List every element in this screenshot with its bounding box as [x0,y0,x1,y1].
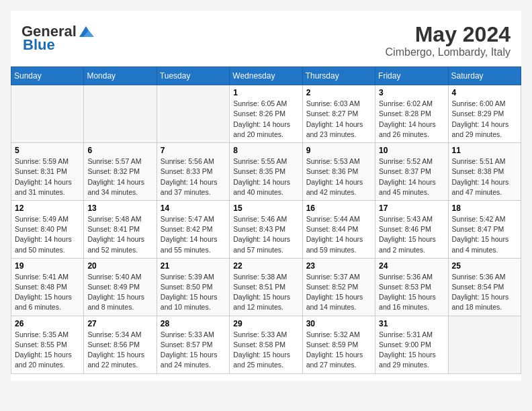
calendar-cell: 13Sunrise: 5:48 AM Sunset: 8:41 PM Dayli… [84,200,157,258]
day-info: Sunrise: 5:36 AM Sunset: 8:54 PM Dayligh… [452,272,517,313]
day-info: Sunrise: 5:57 AM Sunset: 8:32 PM Dayligh… [87,156,152,197]
day-header-wednesday: Wednesday [230,67,302,85]
day-number: 4 [452,88,517,97]
calendar-cell: 14Sunrise: 5:47 AM Sunset: 8:42 PM Dayli… [157,200,229,258]
day-number: 17 [379,203,444,213]
day-number: 31 [379,319,444,328]
calendar-cell: 18Sunrise: 5:42 AM Sunset: 8:47 PM Dayli… [448,200,521,258]
day-header-friday: Friday [375,67,448,85]
calendar-cell [84,85,157,143]
day-number: 8 [233,146,298,155]
day-info: Sunrise: 6:03 AM Sunset: 8:27 PM Dayligh… [306,99,371,140]
calendar-cell: 1Sunrise: 6:05 AM Sunset: 8:26 PM Daylig… [230,85,302,143]
calendar-cell: 20Sunrise: 5:40 AM Sunset: 8:49 PM Dayli… [84,258,157,316]
day-info: Sunrise: 5:48 AM Sunset: 8:41 PM Dayligh… [87,214,152,255]
day-info: Sunrise: 5:31 AM Sunset: 9:00 PM Dayligh… [379,330,444,371]
calendar-cell: 27Sunrise: 5:34 AM Sunset: 8:56 PM Dayli… [84,316,157,373]
day-number: 5 [15,146,80,155]
day-info: Sunrise: 5:52 AM Sunset: 8:37 PM Dayligh… [379,156,444,197]
day-info: Sunrise: 5:43 AM Sunset: 8:46 PM Dayligh… [379,214,444,255]
calendar-cell: 21Sunrise: 5:39 AM Sunset: 8:50 PM Dayli… [157,258,229,316]
day-info: Sunrise: 5:41 AM Sunset: 8:48 PM Dayligh… [15,272,80,313]
day-header-tuesday: Tuesday [157,67,229,85]
calendar-cell: 29Sunrise: 5:33 AM Sunset: 8:58 PM Dayli… [230,316,302,373]
calendar-cell: 22Sunrise: 5:38 AM Sunset: 8:51 PM Dayli… [230,258,302,316]
day-number: 14 [161,203,226,213]
day-number: 27 [87,319,152,328]
calendar-cell: 3Sunrise: 6:02 AM Sunset: 8:28 PM Daylig… [375,85,448,143]
calendar-cell: 15Sunrise: 5:46 AM Sunset: 8:43 PM Dayli… [230,200,302,258]
day-info: Sunrise: 6:00 AM Sunset: 8:29 PM Dayligh… [452,99,517,140]
day-header-saturday: Saturday [448,67,521,85]
calendar-cell [11,85,84,143]
location-subtitle: Cimbergo, Lombardy, Italy [386,46,511,58]
calendar-cell: 11Sunrise: 5:51 AM Sunset: 8:38 PM Dayli… [448,143,521,201]
day-number: 18 [452,203,517,213]
day-number: 12 [15,203,80,213]
calendar-container: General Blue May 2024 Cimbergo, Lombardy… [11,11,521,381]
header: General Blue May 2024 Cimbergo, Lombardy… [11,17,521,66]
day-number: 16 [306,203,371,213]
calendar-cell: 4Sunrise: 6:00 AM Sunset: 8:29 PM Daylig… [448,85,521,143]
day-number: 28 [161,319,226,328]
calendar-cell: 17Sunrise: 5:43 AM Sunset: 8:46 PM Dayli… [375,200,448,258]
day-number: 20 [87,261,152,271]
calendar-cell: 2Sunrise: 6:03 AM Sunset: 8:27 PM Daylig… [302,85,375,143]
day-number: 1 [233,88,298,97]
day-info: Sunrise: 5:33 AM Sunset: 8:57 PM Dayligh… [161,330,226,371]
day-info: Sunrise: 5:36 AM Sunset: 8:53 PM Dayligh… [379,272,444,313]
day-info: Sunrise: 5:51 AM Sunset: 8:38 PM Dayligh… [452,156,517,197]
calendar-week-row: 26Sunrise: 5:35 AM Sunset: 8:55 PM Dayli… [11,316,521,373]
day-info: Sunrise: 5:49 AM Sunset: 8:40 PM Dayligh… [15,214,80,255]
title-section: May 2024 Cimbergo, Lombardy, Italy [386,23,511,58]
calendar-header-row: SundayMondayTuesdayWednesdayThursdayFrid… [11,67,521,85]
calendar-cell: 6Sunrise: 5:57 AM Sunset: 8:32 PM Daylig… [84,143,157,201]
day-number: 7 [161,146,226,155]
calendar-cell: 31Sunrise: 5:31 AM Sunset: 9:00 PM Dayli… [375,316,448,373]
day-info: Sunrise: 5:32 AM Sunset: 8:59 PM Dayligh… [306,330,371,371]
day-info: Sunrise: 5:42 AM Sunset: 8:47 PM Dayligh… [452,214,517,255]
calendar-cell: 28Sunrise: 5:33 AM Sunset: 8:57 PM Dayli… [157,316,229,373]
calendar-week-row: 1Sunrise: 6:05 AM Sunset: 8:26 PM Daylig… [11,85,521,143]
calendar-week-row: 19Sunrise: 5:41 AM Sunset: 8:48 PM Dayli… [11,258,521,316]
calendar-cell: 7Sunrise: 5:56 AM Sunset: 8:33 PM Daylig… [157,143,229,201]
day-info: Sunrise: 6:05 AM Sunset: 8:26 PM Dayligh… [233,99,298,140]
calendar-cell: 12Sunrise: 5:49 AM Sunset: 8:40 PM Dayli… [11,200,84,258]
day-number: 6 [87,146,152,155]
day-info: Sunrise: 5:53 AM Sunset: 8:36 PM Dayligh… [306,156,371,197]
day-info: Sunrise: 5:34 AM Sunset: 8:56 PM Dayligh… [87,330,152,371]
day-number: 23 [306,261,371,271]
day-number: 25 [452,261,517,271]
day-info: Sunrise: 5:39 AM Sunset: 8:50 PM Dayligh… [161,272,226,313]
day-number: 2 [306,88,371,97]
calendar-cell: 9Sunrise: 5:53 AM Sunset: 8:36 PM Daylig… [302,143,375,201]
day-info: Sunrise: 5:44 AM Sunset: 8:44 PM Dayligh… [306,214,371,255]
calendar-cell: 25Sunrise: 5:36 AM Sunset: 8:54 PM Dayli… [448,258,521,316]
day-number: 22 [233,261,298,271]
day-number: 13 [87,203,152,213]
day-header-monday: Monday [84,67,157,85]
calendar-cell: 23Sunrise: 5:37 AM Sunset: 8:52 PM Dayli… [302,258,375,316]
calendar-cell: 24Sunrise: 5:36 AM Sunset: 8:53 PM Dayli… [375,258,448,316]
day-number: 15 [233,203,298,213]
calendar-week-row: 12Sunrise: 5:49 AM Sunset: 8:40 PM Dayli… [11,200,521,258]
day-info: Sunrise: 5:37 AM Sunset: 8:52 PM Dayligh… [306,272,371,313]
month-title: May 2024 [386,23,511,46]
day-info: Sunrise: 5:38 AM Sunset: 8:51 PM Dayligh… [233,272,298,313]
calendar-cell [157,85,229,143]
calendar-cell [448,316,521,373]
day-info: Sunrise: 6:02 AM Sunset: 8:28 PM Dayligh… [379,99,444,140]
logo-icon [78,25,94,38]
day-header-thursday: Thursday [302,67,375,85]
day-number: 19 [15,261,80,271]
day-info: Sunrise: 5:46 AM Sunset: 8:43 PM Dayligh… [233,214,298,255]
day-number: 9 [306,146,371,155]
day-number: 11 [452,146,517,155]
day-number: 30 [306,319,371,328]
day-info: Sunrise: 5:59 AM Sunset: 8:31 PM Dayligh… [15,156,80,197]
calendar-cell: 19Sunrise: 5:41 AM Sunset: 8:48 PM Dayli… [11,258,84,316]
day-info: Sunrise: 5:35 AM Sunset: 8:55 PM Dayligh… [15,330,80,371]
calendar-week-row: 5Sunrise: 5:59 AM Sunset: 8:31 PM Daylig… [11,143,521,201]
calendar-cell: 30Sunrise: 5:32 AM Sunset: 8:59 PM Dayli… [302,316,375,373]
calendar-cell: 5Sunrise: 5:59 AM Sunset: 8:31 PM Daylig… [11,143,84,201]
